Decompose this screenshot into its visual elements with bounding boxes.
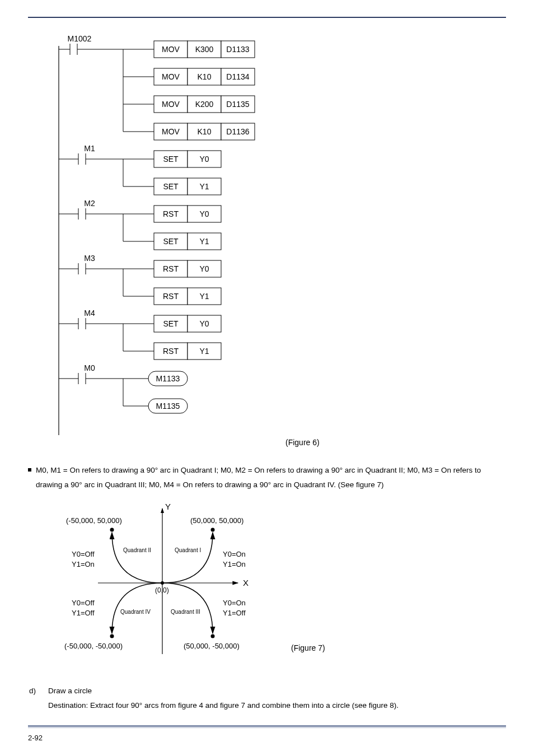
svg-text:Y1=Off: Y1=Off xyxy=(72,609,95,617)
svg-text:M1133: M1133 xyxy=(156,374,180,383)
svg-text:Y0=On: Y0=On xyxy=(223,550,246,558)
svg-text:Quadrant IV: Quadrant IV xyxy=(120,609,151,615)
svg-point-122 xyxy=(110,528,114,532)
svg-text:Y1=Off: Y1=Off xyxy=(223,609,246,617)
svg-text:Y0=Off: Y0=Off xyxy=(72,599,95,607)
svg-text:RST: RST xyxy=(163,264,179,273)
svg-text:M1: M1 xyxy=(84,144,95,153)
svg-text:SET: SET xyxy=(163,155,179,164)
svg-text:D1134: D1134 xyxy=(226,72,249,81)
svg-text:MOV: MOV xyxy=(162,127,180,136)
svg-text:Y1: Y1 xyxy=(199,182,209,191)
svg-text:Y0=On: Y0=On xyxy=(223,599,246,607)
bullet-icon xyxy=(28,468,31,472)
svg-text:M1135: M1135 xyxy=(156,402,180,410)
svg-text:(-50,000, -50,000): (-50,000, -50,000) xyxy=(64,642,123,650)
svg-text:M4: M4 xyxy=(84,309,95,318)
svg-text:Y0: Y0 xyxy=(199,319,209,328)
svg-text:Quadrant II: Quadrant II xyxy=(123,547,151,553)
svg-text:SET: SET xyxy=(163,237,179,246)
svg-text:RST: RST xyxy=(163,347,179,356)
svg-text:Y1=On: Y1=On xyxy=(223,560,246,568)
svg-text:K300: K300 xyxy=(195,45,214,54)
svg-text:Y0: Y0 xyxy=(199,155,209,164)
svg-text:Quadrant I: Quadrant I xyxy=(175,547,201,553)
svg-text:MOV: MOV xyxy=(162,72,180,81)
svg-text:Y1: Y1 xyxy=(199,237,209,246)
svg-point-117 xyxy=(211,528,215,532)
section-d-title: Draw a circle xyxy=(48,684,506,698)
svg-text:Y0=Off: Y0=Off xyxy=(72,550,95,558)
svg-text:(50,000, -50,000): (50,000, -50,000) xyxy=(184,642,240,650)
svg-text:Quadrant III: Quadrant III xyxy=(171,609,200,615)
svg-text:SET: SET xyxy=(163,182,179,191)
svg-text:Y1: Y1 xyxy=(199,292,209,301)
figure-7-caption: (Figure 7) xyxy=(291,643,325,652)
svg-text:Y1=On: Y1=On xyxy=(72,560,95,568)
svg-text:M3: M3 xyxy=(84,254,95,263)
page-number: 2-92 xyxy=(28,734,43,742)
svg-text:K10: K10 xyxy=(198,72,212,81)
quadrant-diagram: Y X (0,0) (50,000, 50,000) Quadrant I Y0… xyxy=(45,502,291,664)
svg-text:MOV: MOV xyxy=(162,100,180,109)
svg-text:Y0: Y0 xyxy=(199,264,209,273)
svg-point-127 xyxy=(211,634,215,638)
svg-text:(-50,000, 50,000): (-50,000, 50,000) xyxy=(66,516,122,525)
svg-text:Y1: Y1 xyxy=(199,347,209,356)
svg-text:SET: SET xyxy=(163,319,179,328)
svg-text:D1135: D1135 xyxy=(226,100,249,109)
ladder-diagram: M1002 MOV K300 D1133 MOV K10 D1134 MOV K… xyxy=(45,35,297,449)
svg-text:Y: Y xyxy=(165,502,171,511)
svg-text:M2: M2 xyxy=(84,199,95,208)
svg-text:K200: K200 xyxy=(195,100,214,109)
body-paragraph: M0, M1 = On refers to drawing a 90° arc … xyxy=(36,463,506,492)
svg-text:D1136: D1136 xyxy=(226,127,249,136)
svg-text:(50,000, 50,000): (50,000, 50,000) xyxy=(190,516,243,525)
section-d-desc: Destination: Extract four 90° arcs from … xyxy=(48,698,506,713)
svg-text:Y0: Y0 xyxy=(199,209,209,218)
svg-text:D1133: D1133 xyxy=(226,45,249,54)
contact-label-m1002: M1002 xyxy=(68,35,92,43)
footer-rule xyxy=(28,725,506,728)
section-d-label: d) xyxy=(28,684,48,712)
figure-6-caption: (Figure 6) xyxy=(285,438,320,447)
svg-text:X: X xyxy=(243,578,249,587)
svg-text:RST: RST xyxy=(163,209,179,218)
svg-text:(0,0): (0,0) xyxy=(155,586,169,594)
svg-point-132 xyxy=(110,634,114,638)
svg-text:MOV: MOV xyxy=(162,45,180,54)
svg-text:RST: RST xyxy=(163,292,179,301)
svg-text:M0: M0 xyxy=(84,363,95,372)
svg-text:K10: K10 xyxy=(198,127,212,136)
